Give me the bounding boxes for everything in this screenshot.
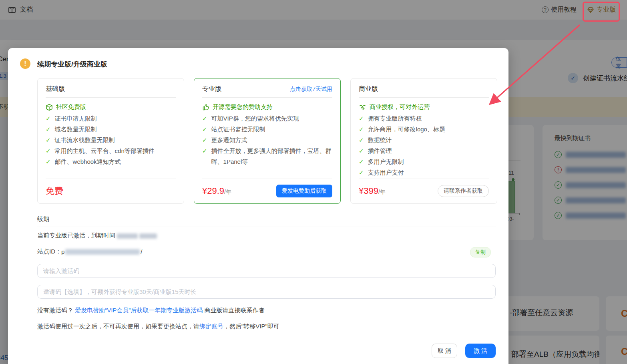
trial-link[interactable]: 点击获取7天试用	[290, 86, 332, 93]
sponsor-link[interactable]: 爱发电赞助“VIP会员”后获取一年期专业版激活码	[75, 307, 203, 314]
plan-feature-item: ✓更多通知方式	[202, 135, 332, 145]
cube-icon	[46, 104, 53, 111]
plan-card-business: 商业版 商业授权，可对外运营 ✓拥有专业版所有特权✓允许商用，可修改logo、标…	[350, 78, 497, 204]
copy-button[interactable]: 复制	[470, 247, 491, 257]
plan-headline: 开源需要您的赞助支持	[202, 102, 332, 113]
bind-account-link[interactable]: 绑定账号	[199, 323, 223, 330]
plan-feature-item: ✓常用的主机、云平台、cdn等部署插件	[46, 145, 176, 156]
site-id-row: 站点ID：p/	[37, 248, 143, 255]
plan-card-basic: 基础版 社区免费版 ✓证书申请无限制✓域名数量无限制✓证书流水线数量无限制✓常用…	[37, 78, 184, 204]
plan-price: 免费	[46, 186, 63, 196]
divider	[37, 227, 496, 227]
check-icon: ✓	[359, 124, 364, 135]
plan-feature-item: ✓可加VIP群，您的需求将优先实现	[202, 113, 332, 124]
cancel-button[interactable]: 取 消	[432, 344, 457, 358]
help-line-2: 激活码使用过一次之后，不可再次使用，如果要更换站点，请绑定账号，然后"转移VIP…	[37, 323, 279, 330]
upgrade-dialog: ! 续期专业版/升级商业版 基础版 社区免费版 ✓证书申请无限制✓域名数量无限制…	[8, 48, 508, 364]
check-icon: ✓	[46, 156, 51, 167]
sponsor-get-button[interactable]: 爱发电赞助后获取	[276, 185, 332, 197]
warning-icon: !	[20, 58, 30, 69]
thumbs-up-icon	[202, 104, 209, 111]
activation-code-input[interactable]	[37, 264, 496, 278]
check-icon: ✓	[202, 113, 207, 124]
plan-feature-item: ✓支持用户支付	[359, 167, 489, 178]
check-icon: ✓	[359, 167, 364, 178]
plan-feature-item: ✓插件管理	[359, 145, 489, 156]
plan-cards: 基础版 社区免费版 ✓证书申请无限制✓域名数量无限制✓证书流水线数量无限制✓常用…	[37, 78, 504, 204]
plan-name: 专业版	[202, 85, 221, 93]
plan-feature-item: ✓邮件、webhook通知方式	[46, 156, 176, 167]
check-icon: ✓	[202, 135, 207, 145]
blurred-date	[117, 233, 138, 239]
invite-code-input[interactable]	[37, 285, 496, 299]
activation-status-text: 当前专业版已激活，到期时间	[37, 232, 157, 239]
check-icon: ✓	[202, 124, 207, 135]
plan-feature-list: ✓拥有专业版所有特权✓允许商用，可修改logo、标题✓数据统计✓插件管理✓多用户…	[359, 113, 489, 178]
plan-feature-item: ✓插件全开放，更多强大的部署插件，宝塔、群晖、1Panel等	[202, 145, 332, 167]
dialog-title: 续期专业版/升级商业版	[37, 60, 107, 69]
check-icon: ✓	[46, 145, 51, 156]
plan-feature-list: ✓可加VIP群，您的需求将优先实现✓站点证书监控无限制✓更多通知方式✓插件全开放…	[202, 113, 332, 167]
plan-feature-list: ✓证书申请无限制✓域名数量无限制✓证书流水线数量无限制✓常用的主机、云平台、cd…	[46, 113, 176, 167]
screen: 文档 ? 使用教程 专业版 Cer 1.3	[0, 0, 627, 364]
plan-feature-item: ✓证书申请无限制	[46, 113, 176, 124]
plan-feature-item: ✓站点证书监控无限制	[202, 124, 332, 135]
activate-button[interactable]: 激 活	[465, 344, 496, 358]
plan-price: ¥29.9	[202, 186, 224, 196]
check-icon: ✓	[46, 135, 51, 145]
plan-name: 商业版	[359, 85, 378, 93]
check-icon: ✓	[359, 113, 364, 124]
plan-feature-item: ✓域名数量无限制	[46, 124, 176, 135]
plan-feature-item: ✓允许商用，可修改logo、标题	[359, 124, 489, 135]
blurred-site-id	[65, 249, 140, 255]
plan-headline: 商业授权，可对外运营	[359, 102, 489, 113]
plan-feature-item: ✓拥有专业版所有特权	[359, 113, 489, 124]
plan-price-suffix: /年	[224, 189, 231, 195]
check-icon: ✓	[359, 135, 364, 145]
help-line-1: 没有激活码？ 爱发电赞助“VIP会员”后获取一年期专业版激活码 商业版请直接联系…	[37, 307, 265, 314]
renew-section-label: 续期	[37, 215, 49, 223]
blurred-date	[139, 233, 157, 239]
check-icon: ✓	[359, 145, 364, 156]
contact-author-button[interactable]: 请联系作者获取	[438, 185, 489, 197]
plan-price-suffix: /年	[378, 189, 386, 195]
plan-feature-item: ✓数据统计	[359, 135, 489, 145]
check-icon: ✓	[202, 145, 207, 167]
plan-name: 基础版	[46, 85, 65, 93]
plan-feature-item: ✓多用户无限制	[359, 156, 489, 167]
check-icon: ✓	[46, 124, 51, 135]
plan-headline: 社区免费版	[46, 102, 176, 113]
check-icon: ✓	[359, 156, 364, 167]
handshake-icon	[359, 104, 366, 111]
check-icon: ✓	[46, 113, 51, 124]
plan-card-pro: 专业版 点击获取7天试用 开源需要您的赞助支持 ✓可加VIP群，您的需求将优先实…	[194, 78, 341, 204]
plan-feature-item: ✓证书流水线数量无限制	[46, 135, 176, 145]
plan-price: ¥399	[359, 186, 378, 196]
